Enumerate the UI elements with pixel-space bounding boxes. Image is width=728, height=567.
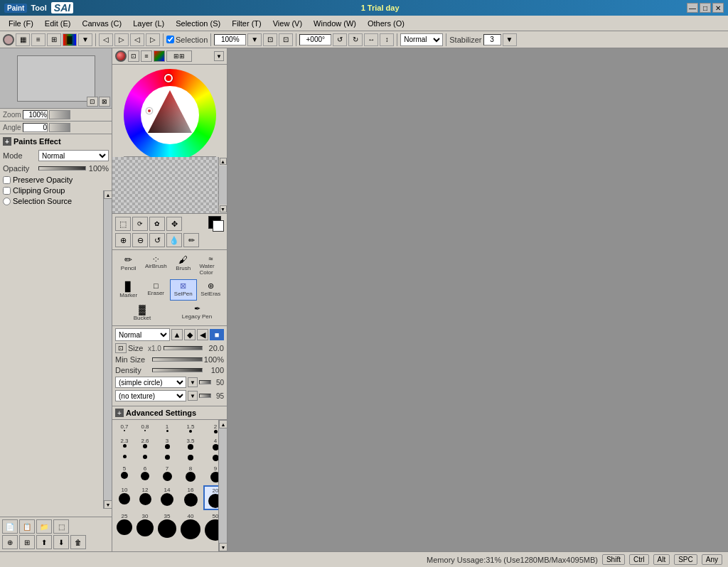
- layer-btn-group[interactable]: 📁: [36, 519, 52, 534]
- tool-pencil[interactable]: ✏ Pencil: [115, 252, 142, 278]
- size-25[interactable]: 25: [115, 512, 134, 542]
- shape-triangle1[interactable]: ▲: [171, 329, 183, 340]
- shape-square-active[interactable]: ■: [210, 329, 224, 340]
- layer-btn-delete[interactable]: ⬚: [53, 519, 69, 534]
- size-0.8[interactable]: 0.8: [135, 422, 155, 435]
- color-sat-btn[interactable]: ≡: [141, 50, 152, 62]
- menu-file[interactable]: File (F): [3, 18, 39, 29]
- rot-btn4[interactable]: ↕: [380, 33, 394, 46]
- brush-mode-select[interactable]: Normal: [115, 328, 170, 341]
- mid-scroll-up[interactable]: ▲: [219, 420, 227, 428]
- size-2.6[interactable]: 2.6: [135, 436, 155, 452]
- nav-btn4[interactable]: ▷: [146, 33, 160, 46]
- layer-btn-trash[interactable]: 🗑: [70, 535, 86, 549]
- min-size-slider[interactable]: [152, 357, 203, 362]
- size-lock-btn[interactable]: ⊡: [115, 343, 127, 353]
- thumb-btn1[interactable]: ⊡: [87, 97, 98, 107]
- canvas-area[interactable]: [228, 48, 728, 551]
- layer-btn-new[interactable]: 📄: [2, 519, 18, 534]
- color-hue-btn[interactable]: ⊡: [128, 50, 139, 62]
- size-10[interactable]: 10: [115, 485, 134, 510]
- color-line-btn[interactable]: ≡: [31, 33, 46, 46]
- clipping-group-checkbox[interactable]: [3, 187, 11, 195]
- color-selector-dot[interactable]: [146, 108, 152, 114]
- left-scrollbar[interactable]: ▲ ▼: [103, 190, 112, 509]
- minimize-button[interactable]: —: [687, 3, 698, 13]
- stabilizer-input[interactable]: [483, 34, 501, 45]
- size-8[interactable]: 8: [179, 464, 202, 484]
- tool-legacy-pen[interactable]: ✒ Legacy Pen: [170, 302, 224, 323]
- density-slider[interactable]: [152, 368, 203, 372]
- zoom-input[interactable]: [214, 34, 246, 45]
- mid-scrollbar[interactable]: ▲ ▼: [218, 420, 227, 551]
- color-palette-btn[interactable]: ⊞: [47, 33, 61, 46]
- size-30[interactable]: 30: [135, 512, 155, 542]
- color-rgb-wheel-btn[interactable]: [154, 50, 165, 62]
- size-7-dot[interactable]: [156, 453, 178, 463]
- layer-btn-copy[interactable]: 📋: [19, 519, 35, 534]
- menu-selection[interactable]: Selection (S): [170, 18, 226, 29]
- advanced-settings-toggle[interactable]: + Advanced Settings: [115, 409, 224, 417]
- size-12[interactable]: 12: [135, 485, 155, 510]
- color-wheel-area[interactable]: [124, 69, 216, 128]
- paints-effect-expand[interactable]: +: [3, 137, 11, 146]
- scroll-down-arrow[interactable]: ▼: [104, 500, 112, 509]
- tool-rect-select[interactable]: ⬚: [115, 217, 131, 231]
- zoom-dropdown[interactable]: ▼: [247, 33, 262, 46]
- color-circle-btn[interactable]: [3, 34, 14, 45]
- rot-btn2[interactable]: ↻: [348, 33, 363, 46]
- size-1[interactable]: 1: [156, 422, 178, 435]
- adv-expand-icon[interactable]: +: [115, 409, 124, 417]
- tool-marker[interactable]: ▊ Marker: [115, 279, 142, 301]
- shift-key-badge[interactable]: Shift: [602, 554, 625, 565]
- mid-scroll-down[interactable]: ▼: [219, 543, 227, 551]
- stabilizer-dropdown[interactable]: ▼: [503, 33, 517, 46]
- size-2.3[interactable]: 2.3: [115, 436, 134, 452]
- circle-type-select[interactable]: (simple circle): [115, 377, 186, 388]
- tool-move[interactable]: ✥: [166, 217, 182, 231]
- ctrl-key-badge[interactable]: Ctrl: [629, 554, 649, 565]
- any-key-badge[interactable]: Any: [702, 554, 722, 565]
- tool-magic-select[interactable]: ✿: [149, 217, 165, 231]
- tool-water[interactable]: ≈ Water Color: [198, 252, 225, 278]
- tool-zoom-out[interactable]: ⊖: [132, 233, 148, 247]
- zoom-slider[interactable]: [49, 110, 70, 119]
- rotation-input[interactable]: [299, 34, 331, 45]
- selection-source-radio[interactable]: [3, 198, 11, 205]
- size-6[interactable]: 6: [135, 464, 155, 484]
- size-40[interactable]: 40: [179, 512, 202, 542]
- canvas-surface[interactable]: [228, 48, 728, 551]
- tool-lasso[interactable]: ⟳: [132, 217, 148, 231]
- menu-layer[interactable]: Layer (L): [127, 18, 170, 29]
- size-1.5[interactable]: 1.5: [179, 422, 202, 435]
- size-7[interactable]: 7: [156, 464, 178, 484]
- color-ring[interactable]: [124, 69, 216, 161]
- angle-slider[interactable]: [49, 123, 70, 132]
- layer-btn-merge[interactable]: ⊕: [2, 535, 18, 549]
- angle-value-input[interactable]: [23, 123, 48, 132]
- thumb-btn2[interactable]: ⊠: [99, 97, 110, 107]
- blend-mode-select[interactable]: Normal: [400, 33, 443, 46]
- hue-marker[interactable]: [164, 74, 173, 82]
- tool-eraser[interactable]: □ Eraser: [143, 279, 170, 301]
- shape-triangle2[interactable]: ◆: [184, 329, 196, 340]
- tool-brush[interactable]: 🖌 Brush: [170, 252, 197, 278]
- nav-btn3[interactable]: ◁: [130, 33, 144, 46]
- color-rgb-btn[interactable]: ▓: [63, 33, 77, 46]
- scroll-up-arrow[interactable]: ▲: [104, 190, 112, 199]
- tool-seleras[interactable]: ⊛ SelEras: [198, 279, 225, 301]
- size-6-dot[interactable]: [135, 453, 155, 463]
- tool-selpen[interactable]: ⊠ SelPen: [170, 279, 197, 301]
- size-slider[interactable]: [164, 346, 203, 350]
- color-square-btn[interactable]: ▦: [16, 33, 30, 46]
- maximize-button[interactable]: □: [700, 3, 711, 13]
- tool-bucket[interactable]: ▓ Bucket: [115, 302, 169, 323]
- texture-slider[interactable]: [199, 394, 211, 398]
- mode-select[interactable]: Normal: [38, 150, 109, 161]
- menu-others[interactable]: Others (O): [362, 18, 410, 29]
- menu-edit[interactable]: Edit (E): [39, 18, 77, 29]
- zoom-value-input[interactable]: [23, 110, 48, 119]
- alt-key-badge[interactable]: Alt: [653, 554, 670, 565]
- size-16[interactable]: 16: [179, 485, 202, 510]
- color-dropdown-btn[interactable]: ▼: [78, 33, 92, 46]
